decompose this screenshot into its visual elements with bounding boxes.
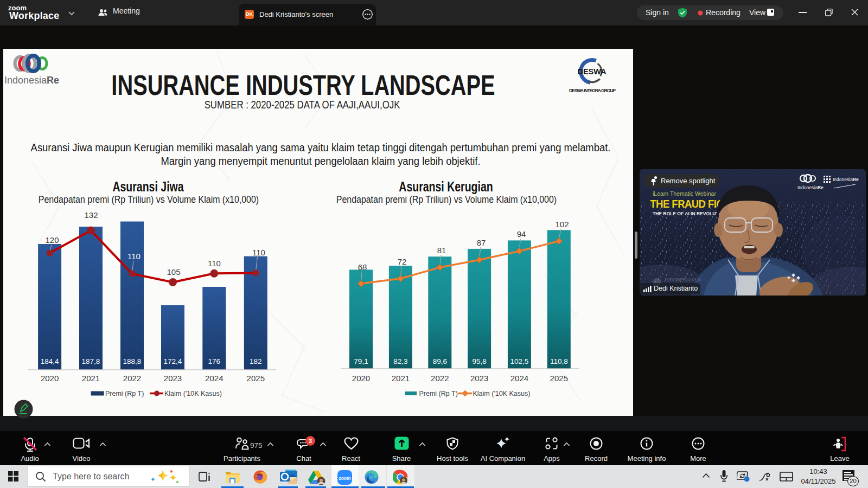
svg-text:105: 105: [167, 267, 180, 277]
svg-text:2020: 2020: [41, 374, 59, 383]
svg-text:2020: 2020: [352, 374, 370, 383]
svg-text:IndonesiaRe: IndonesiaRe: [833, 177, 859, 182]
svg-text:182: 182: [250, 357, 262, 365]
svg-text:2022: 2022: [123, 374, 141, 383]
svg-text:102: 102: [555, 220, 569, 229]
svg-text:Premi (Rp T): Premi (Rp T): [419, 390, 458, 397]
svg-text:95,8: 95,8: [472, 357, 486, 365]
svg-text:102,5: 102,5: [510, 357, 529, 365]
svg-text:110: 110: [252, 248, 265, 257]
svg-text:2023: 2023: [164, 374, 182, 383]
svg-text:110,8: 110,8: [550, 357, 568, 365]
svg-text:2023: 2023: [470, 374, 488, 383]
svg-text:2021: 2021: [82, 374, 100, 383]
svg-text:187,8: 187,8: [82, 357, 100, 365]
svg-text:68: 68: [358, 262, 367, 272]
svg-text:184,4: 184,4: [41, 357, 59, 365]
svg-text:82,3: 82,3: [393, 357, 407, 365]
svg-text:172,4: 172,4: [164, 357, 182, 365]
svg-text:72: 72: [398, 257, 407, 266]
svg-text:89,6: 89,6: [433, 357, 447, 365]
svg-text:Klaim ('10K Kasus): Klaim ('10K Kasus): [164, 390, 222, 397]
svg-text:79,1: 79,1: [354, 357, 368, 365]
svg-text:87: 87: [477, 238, 486, 247]
svg-text:94: 94: [517, 229, 526, 239]
svg-text:120: 120: [45, 235, 59, 245]
svg-text:110: 110: [208, 259, 221, 268]
svg-text:2022: 2022: [431, 374, 449, 383]
svg-text:IndonesiaRe: IndonesiaRe: [4, 75, 59, 86]
svg-text:THE FRAUD FIG: THE FRAUD FIG: [650, 198, 724, 210]
svg-text:81: 81: [437, 246, 446, 255]
svg-text:DESWA INTEGRA GROUP: DESWA INTEGRA GROUP: [569, 88, 616, 93]
svg-text:2025: 2025: [247, 374, 265, 383]
svg-text:188,8: 188,8: [123, 357, 142, 365]
svg-text:DESWA: DESWA: [577, 67, 607, 76]
svg-text:IndonesiaRe: IndonesiaRe: [797, 185, 824, 190]
svg-text:110: 110: [127, 252, 141, 261]
svg-text:176: 176: [208, 357, 221, 365]
svg-text:Klaim ('10K Kasus): Klaim ('10K Kasus): [473, 390, 531, 397]
svg-text:2025: 2025: [550, 374, 568, 383]
svg-text:INDONESIA KLIK: INDONESIA KLIK: [665, 277, 701, 282]
svg-text:zoom: zoom: [339, 476, 351, 481]
svg-text:2021: 2021: [392, 374, 410, 383]
svg-text:iLearn Thematic Webinar: iLearn Thematic Webinar: [653, 190, 716, 197]
svg-text:132: 132: [84, 210, 98, 220]
svg-text:Premi (Rp T): Premi (Rp T): [105, 390, 144, 397]
svg-text:2024: 2024: [510, 374, 528, 383]
svg-text:2024: 2024: [205, 374, 223, 383]
